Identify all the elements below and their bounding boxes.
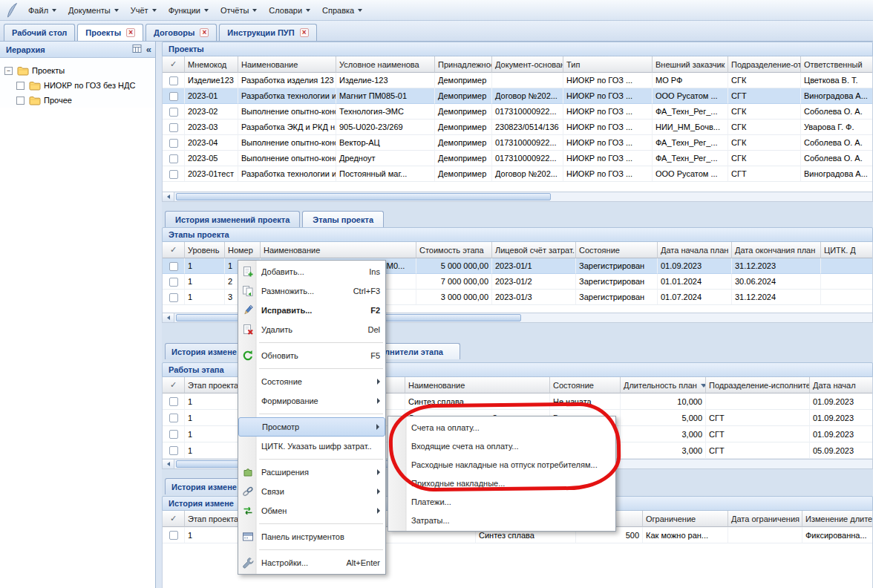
column-header[interactable]: Наименование <box>405 377 550 393</box>
tree-expander-icon[interactable] <box>16 97 24 105</box>
tree-node[interactable]: −Проекты <box>0 63 155 78</box>
column-header[interactable]: Дата ограничения <box>728 511 802 527</box>
column-header[interactable]: Лицевой счёт затрат. <box>492 242 576 258</box>
scroll-left-button[interactable] <box>163 192 174 201</box>
column-header[interactable]: Номер <box>225 242 261 258</box>
column-header[interactable]: Наименование <box>261 242 416 258</box>
panel-splitter[interactable] <box>156 42 162 588</box>
column-header[interactable]: Мнемокод <box>185 56 238 73</box>
context-menu-item[interactable]: ЦИТК. Указать шифр затрат.. <box>238 437 385 456</box>
menubar-item[interactable]: Справка <box>316 3 368 18</box>
table-row[interactable]: 2023-01Разработка технологии и...Магнит … <box>163 88 873 104</box>
scroll-left-button[interactable] <box>163 313 174 322</box>
close-tab-icon[interactable]: × <box>200 28 209 37</box>
row-checkbox[interactable] <box>169 278 178 287</box>
context-menu-item[interactable]: Формирование <box>238 391 385 411</box>
stage-subtab[interactable]: История изменений проекта <box>165 211 300 227</box>
row-checkbox[interactable] <box>169 293 178 302</box>
row-checkbox[interactable] <box>169 108 178 117</box>
workspace-tab[interactable]: Договоры× <box>146 24 217 41</box>
submenu-item[interactable]: Расходные накладные на отпуск потребител… <box>388 455 615 474</box>
table-row[interactable]: Изделие123Разработка изделия 123Изделие-… <box>163 73 873 88</box>
scroll-left-button[interactable] <box>163 460 174 468</box>
context-menu-item[interactable]: Добавить...Ins <box>238 262 385 281</box>
context-menu-item[interactable]: Связи <box>238 482 385 501</box>
context-menu-item[interactable]: Просмотр <box>238 417 385 437</box>
row-checkbox[interactable] <box>169 430 178 439</box>
column-header[interactable]: Этап проекта <box>185 377 246 393</box>
table-row[interactable]: 2023-05Выполнение опытно-конс...Дредноут… <box>163 151 873 166</box>
workspace-tab[interactable]: Инструкции ПУП× <box>219 24 316 41</box>
table-row[interactable]: 2023-03Разработка ЭКД и РКД н...905-U020… <box>163 120 873 135</box>
column-header[interactable]: Подразделение-исполнитель.. <box>706 377 810 393</box>
column-header[interactable]: Изменение длите <box>802 511 873 527</box>
close-tab-icon[interactable]: × <box>126 28 135 37</box>
submenu-item[interactable]: Входящие счета на оплату... <box>388 437 615 455</box>
column-header[interactable]: Состояние <box>550 377 621 393</box>
context-menu-item[interactable]: Состояние <box>238 372 385 391</box>
tree-expander-icon[interactable]: − <box>4 67 13 75</box>
column-header[interactable]: Длительность план <box>621 377 706 393</box>
select-all-header[interactable]: ✓ <box>163 377 185 393</box>
column-header[interactable]: Уровень <box>185 242 225 258</box>
column-header[interactable]: Дата окончания план <box>732 242 821 258</box>
row-checkbox[interactable] <box>169 397 178 406</box>
row-checkbox[interactable] <box>169 139 178 148</box>
table-row[interactable]: 2023-04Выполнение опытно-конс...Вектор-А… <box>163 135 873 151</box>
menubar-item[interactable]: Словари <box>263 3 316 18</box>
projects-hscrollbar[interactable] <box>162 192 873 202</box>
scroll-thumb[interactable] <box>176 193 551 200</box>
column-header[interactable]: Стоимость этапа <box>416 242 492 258</box>
menubar-item[interactable]: Документы <box>62 3 125 18</box>
tree-node[interactable]: НИОКР по ГОЗ без НДС <box>0 78 155 93</box>
column-header[interactable]: Ответственный <box>801 56 873 73</box>
select-all-header[interactable]: ✓ <box>163 511 185 527</box>
submenu-item[interactable]: Счета на оплату... <box>388 418 615 437</box>
column-header[interactable]: Тип <box>563 56 653 73</box>
collapse-panel-icon[interactable] <box>146 44 151 55</box>
tree-node[interactable]: Прочее <box>0 93 155 108</box>
table-row[interactable]: 2023-01тестРазработка технологии и...Пос… <box>163 166 873 182</box>
context-menu-item[interactable]: Расширения <box>238 463 385 482</box>
workspace-tab[interactable]: Проекты× <box>77 24 143 41</box>
column-header[interactable]: Этап проекта <box>185 511 246 527</box>
row-checkbox[interactable] <box>169 123 178 132</box>
submenu-item[interactable]: Затраты... <box>388 511 615 529</box>
close-tab-icon[interactable]: × <box>300 28 309 37</box>
table-row[interactable]: 2023-02Выполнение опытно-конс...Технолог… <box>163 104 873 120</box>
context-menu-item[interactable]: Исправить...F2 <box>238 301 385 320</box>
column-header[interactable]: Внешний заказчик <box>653 56 728 73</box>
column-header[interactable]: Подразделение-от <box>728 56 801 73</box>
column-header[interactable]: ЦИТК. Д <box>821 242 873 258</box>
column-header[interactable]: Условное наименова <box>336 56 435 73</box>
menubar-item[interactable]: Функции <box>163 3 215 18</box>
row-checkbox[interactable] <box>169 531 178 540</box>
workspace-tab[interactable]: Рабочий стол <box>4 24 75 41</box>
hierarchy-grid-icon[interactable] <box>132 44 142 55</box>
context-menu-item[interactable]: ОбновитьF5 <box>238 346 385 365</box>
row-checkbox[interactable] <box>169 262 178 271</box>
row-checkbox[interactable] <box>169 92 178 101</box>
column-header[interactable]: Дата начала план <box>658 242 732 258</box>
column-header[interactable]: Ограничение <box>643 511 728 527</box>
menubar-item[interactable]: Учёт <box>125 3 163 18</box>
row-checkbox[interactable] <box>169 446 178 455</box>
menubar-item[interactable]: Файл <box>22 3 62 18</box>
stage-subtab[interactable]: Этапы проекта <box>302 211 384 227</box>
row-checkbox[interactable] <box>169 76 178 85</box>
column-header[interactable]: Принадлежность <box>435 56 492 73</box>
row-checkbox[interactable] <box>169 154 178 163</box>
context-menu-item[interactable]: УдалитьDel <box>238 320 385 339</box>
context-menu-item[interactable]: Настройки...Alt+Enter <box>238 553 385 572</box>
context-menu-item[interactable]: Обмен <box>238 501 385 520</box>
context-menu-item[interactable]: Размножить...Ctrl+F3 <box>238 281 385 301</box>
context-menu-item[interactable]: Панель инструментов <box>238 527 385 546</box>
column-header[interactable]: Наименование <box>238 56 336 73</box>
row-checkbox[interactable] <box>169 414 178 422</box>
column-header[interactable]: Состояние <box>576 242 658 258</box>
column-header[interactable]: Документ-основан <box>492 56 563 73</box>
select-all-header[interactable]: ✓ <box>163 56 185 73</box>
row-checkbox[interactable] <box>169 170 178 179</box>
select-all-header[interactable]: ✓ <box>163 242 185 258</box>
tree-expander-icon[interactable] <box>16 82 24 90</box>
